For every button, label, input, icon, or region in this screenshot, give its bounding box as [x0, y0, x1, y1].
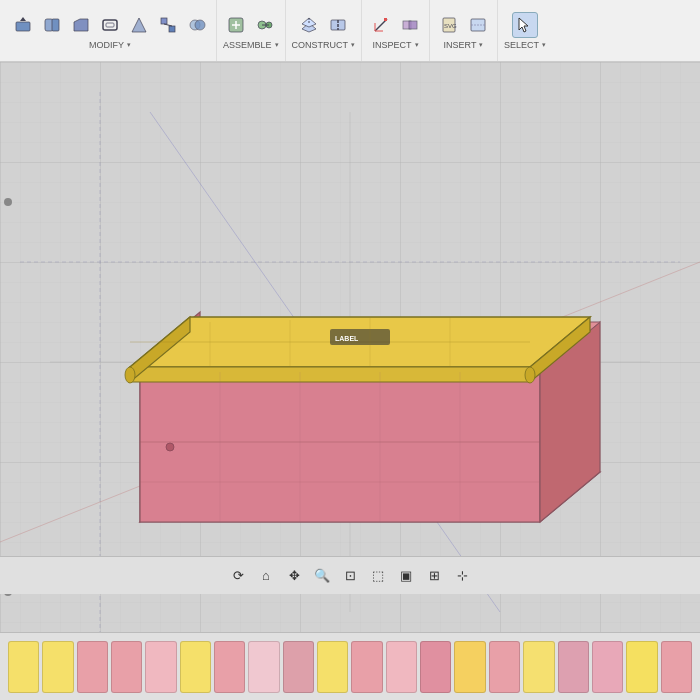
home-icon[interactable]: ⌂	[254, 564, 278, 588]
svg-rect-29	[409, 21, 417, 29]
svg-point-66	[166, 443, 174, 451]
svg-marker-58	[130, 367, 530, 382]
color-swatch[interactable]	[145, 641, 176, 693]
svg-point-12	[195, 20, 205, 30]
construct-offset-plane-icon[interactable]	[296, 12, 322, 38]
construct-midplane-icon[interactable]	[325, 12, 351, 38]
svg-point-61	[125, 367, 135, 383]
modify-label[interactable]: MODIFY▾	[89, 40, 131, 50]
fit-icon[interactable]: ⊡	[338, 564, 362, 588]
grid-icon[interactable]: ⊞	[422, 564, 446, 588]
modify-scale-icon[interactable]	[155, 12, 181, 38]
display-icon[interactable]: ▣	[394, 564, 418, 588]
inspect-measure-icon[interactable]	[368, 12, 394, 38]
color-swatch[interactable]	[180, 641, 211, 693]
color-swatch[interactable]	[626, 641, 657, 693]
color-swatch[interactable]	[489, 641, 520, 693]
modify-draft-icon[interactable]	[126, 12, 152, 38]
3d-viewport[interactable]: LABEL ⟳ ⌂ ✥ 🔍 ⊡ ⬚ ▣ ⊞ ⊹	[0, 62, 700, 662]
assemble-label[interactable]: ASSEMBLE▾	[223, 40, 279, 50]
svg-marker-1	[20, 17, 26, 21]
svg-line-10	[164, 24, 172, 26]
svg-rect-27	[384, 18, 387, 21]
color-swatch[interactable]	[454, 641, 485, 693]
assemble-new-icon[interactable]	[223, 12, 249, 38]
svg-rect-8	[161, 18, 167, 24]
color-swatch[interactable]	[317, 641, 348, 693]
color-swatch[interactable]	[8, 641, 39, 693]
svg-text:SVG: SVG	[444, 23, 457, 29]
orbit-icon[interactable]: ⟳	[226, 564, 250, 588]
modify-combine-icon[interactable]	[184, 12, 210, 38]
modify-fillet-icon[interactable]	[39, 12, 65, 38]
assemble-group: ASSEMBLE▾	[217, 0, 286, 61]
color-swatch[interactable]	[558, 641, 589, 693]
svg-marker-46	[140, 372, 540, 522]
select-cursor-icon[interactable]	[512, 12, 538, 38]
svg-rect-3	[52, 19, 59, 31]
color-swatch[interactable]	[386, 641, 417, 693]
color-palette-strip	[0, 632, 700, 700]
color-swatch[interactable]	[661, 641, 692, 693]
color-swatch[interactable]	[592, 641, 623, 693]
viewport-bottom-toolbar: ⟳ ⌂ ✥ 🔍 ⊡ ⬚ ▣ ⊞ ⊹	[0, 556, 700, 594]
insert-label[interactable]: INSERT▾	[444, 40, 484, 50]
zoom-icon[interactable]: 🔍	[310, 564, 334, 588]
svg-rect-5	[103, 20, 117, 30]
color-swatch[interactable]	[42, 641, 73, 693]
insert-svg-icon[interactable]: SVG	[436, 12, 462, 38]
color-swatch[interactable]	[214, 641, 245, 693]
color-swatch[interactable]	[283, 641, 314, 693]
svg-rect-9	[169, 26, 175, 32]
modify-chamfer-icon[interactable]	[68, 12, 94, 38]
left-indicator-dot	[4, 198, 12, 206]
zoom-window-icon[interactable]: ⬚	[366, 564, 390, 588]
svg-rect-6	[106, 23, 114, 27]
insert-canvas-icon[interactable]	[465, 12, 491, 38]
svg-marker-4	[74, 19, 88, 31]
modify-push-pull-icon[interactable]	[10, 12, 36, 38]
inspect-label[interactable]: INSPECT▾	[373, 40, 419, 50]
color-swatch[interactable]	[351, 641, 382, 693]
inspect-group: INSPECT▾	[362, 0, 430, 61]
construct-group: CONSTRUCT▾	[286, 0, 363, 61]
insert-group: SVG INSERT▾	[430, 0, 498, 61]
assemble-joint-icon[interactable]	[252, 12, 278, 38]
pan-icon[interactable]: ✥	[282, 564, 306, 588]
svg-rect-0	[16, 22, 30, 31]
construct-label[interactable]: CONSTRUCT▾	[292, 40, 356, 50]
svg-point-62	[525, 367, 535, 383]
3d-box-model: LABEL	[60, 182, 640, 562]
modify-group: MODIFY▾	[4, 0, 217, 61]
modify-shell-icon[interactable]	[97, 12, 123, 38]
snap-icon[interactable]: ⊹	[450, 564, 474, 588]
select-label[interactable]: SELECT▾	[504, 40, 546, 50]
svg-text:LABEL: LABEL	[335, 335, 359, 342]
inspect-interference-icon[interactable]	[397, 12, 423, 38]
color-swatch[interactable]	[111, 641, 142, 693]
color-swatch[interactable]	[77, 641, 108, 693]
main-toolbar: MODIFY▾ ASSEMBLE▾	[0, 0, 700, 62]
color-swatch[interactable]	[523, 641, 554, 693]
color-swatch[interactable]	[248, 641, 279, 693]
svg-marker-7	[132, 18, 146, 32]
svg-marker-34	[519, 18, 528, 32]
select-group: SELECT▾	[498, 0, 552, 61]
color-swatch[interactable]	[420, 641, 451, 693]
